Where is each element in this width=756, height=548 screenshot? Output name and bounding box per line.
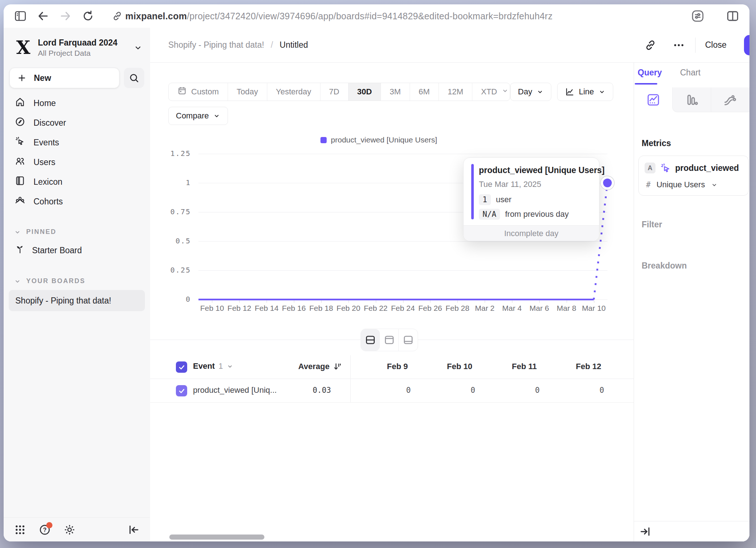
tab-query[interactable]: Query xyxy=(638,68,662,78)
metric-aggregation[interactable]: # Unique Users xyxy=(646,180,718,189)
chart-tooltip: product_viewed [Unique Users] Tue Mar 11… xyxy=(463,157,599,241)
layout-chart-only-button[interactable] xyxy=(380,329,399,351)
more-options-icon[interactable] xyxy=(670,37,687,54)
save-button-partial[interactable] xyxy=(744,35,749,55)
bottom-layout-icon xyxy=(402,334,414,346)
tooltip-series-bar xyxy=(471,164,474,219)
sidebar-nav: HomeDiscoverEventsUsersLexiconCohorts xyxy=(4,93,150,211)
layout-split-button[interactable] xyxy=(361,329,380,351)
panel-tabs: Query Chart xyxy=(634,63,749,87)
insights-icon xyxy=(646,93,661,107)
sidebar-item-lexicon[interactable]: Lexicon xyxy=(4,172,150,192)
split-view-icon[interactable] xyxy=(725,9,740,23)
tooltip-value: 1 xyxy=(479,194,491,205)
sidebar-item-label: Home xyxy=(34,98,56,108)
settings-gear-icon[interactable] xyxy=(63,523,76,537)
horizontal-scrollbar[interactable] xyxy=(169,535,264,540)
search-icon xyxy=(129,73,139,83)
aggregation-symbol: # xyxy=(646,180,651,189)
home-icon xyxy=(15,97,25,110)
tooltip-footer: Incomplete day xyxy=(464,225,599,241)
divider xyxy=(695,38,696,53)
sidebar-item-cohorts[interactable]: Cohorts xyxy=(4,192,150,211)
chevron-down-icon xyxy=(14,278,21,285)
metric-event-name: product_viewed xyxy=(675,163,739,173)
chevron-down-icon xyxy=(14,228,21,236)
address-bar[interactable]: mixpanel.com/project/3472420/view/397469… xyxy=(110,9,552,23)
tooltip-delta-label: from previous day xyxy=(505,210,569,219)
tooltip-delta: N/A xyxy=(479,209,500,220)
mixpanel-logo: X xyxy=(15,38,32,57)
back-icon[interactable] xyxy=(36,9,50,23)
breadcrumb-separator: / xyxy=(271,40,273,50)
breakdown-section-label: Breakdown xyxy=(642,261,749,271)
funnels-report-tab[interactable] xyxy=(672,87,711,112)
search-button[interactable] xyxy=(124,68,144,88)
breadcrumb-page[interactable]: Untitled xyxy=(280,40,308,50)
new-button[interactable]: New xyxy=(9,68,119,88)
flows-report-tab[interactable] xyxy=(711,87,749,112)
sidebar-item-label: Lexicon xyxy=(34,177,62,187)
reload-icon[interactable] xyxy=(81,9,95,23)
sidebar-item-label: Users xyxy=(34,157,55,167)
layout-table-only-button[interactable] xyxy=(399,329,418,351)
pinned-item-label: Starter Board xyxy=(32,246,82,255)
sidebar-item-home[interactable]: Home xyxy=(4,93,150,113)
events-icon xyxy=(15,136,25,149)
metrics-section-label: Metrics xyxy=(642,138,749,148)
lexicon-icon xyxy=(15,175,25,188)
seedling-icon xyxy=(15,244,25,257)
flows-icon xyxy=(723,93,738,107)
sidebar-item-label: Discover xyxy=(34,118,66,128)
your-boards-header[interactable]: YOUR BOARDS xyxy=(4,277,150,285)
browser-toolbar: mixpanel.com/project/3472420/view/397469… xyxy=(4,4,749,28)
workspace-subtitle: All Project Data xyxy=(38,49,127,58)
sidebar-item-users[interactable]: Users xyxy=(4,152,150,172)
link-icon xyxy=(110,9,125,23)
tab-chart[interactable]: Chart xyxy=(680,68,700,78)
aggregation-label: Unique Users xyxy=(657,180,705,189)
boards-list: Shopify - Piping that data! xyxy=(4,285,150,311)
metric-badge: A xyxy=(645,163,655,173)
url-path: /project/3472420/view/3974696/app/boards… xyxy=(187,11,552,21)
sidebar-footer: ? xyxy=(4,517,150,541)
sidebar-item-discover[interactable]: Discover xyxy=(4,113,150,133)
bar-chart-icon xyxy=(685,93,699,107)
browser-settings-icon[interactable] xyxy=(690,9,705,23)
sidebar: X Lord Farquaad 2024 All Project Data Ne… xyxy=(4,28,150,541)
cohorts-icon xyxy=(15,195,25,208)
close-button[interactable]: Close xyxy=(705,40,727,50)
query-panel: Query Chart xyxy=(634,63,749,541)
tooltip-title: product_viewed [Unique Users] xyxy=(479,165,605,175)
sidebar-item-events[interactable]: Events xyxy=(4,133,150,152)
workspace-name: Lord Farquaad 2024 xyxy=(38,38,127,48)
collapse-sidebar-icon[interactable] xyxy=(127,523,141,537)
breadcrumb: Shopify - Piping that data!/Untitled xyxy=(168,40,308,50)
pinned-item[interactable]: Starter Board xyxy=(4,240,150,261)
forward-icon[interactable] xyxy=(58,9,73,23)
workspace-switcher[interactable]: X Lord Farquaad 2024 All Project Data xyxy=(15,38,143,58)
svg-text:?: ? xyxy=(43,527,47,533)
users-icon xyxy=(15,156,25,169)
pinned-header[interactable]: PINNED xyxy=(4,228,150,236)
discover-icon xyxy=(15,116,25,129)
split-layout-icon xyxy=(365,334,376,346)
browser-window: mixpanel.com/project/3472420/view/397469… xyxy=(4,4,749,541)
help-icon[interactable]: ? xyxy=(38,523,52,537)
notification-dot xyxy=(46,522,52,528)
event-spark-icon xyxy=(660,163,672,176)
data-point-marker[interactable] xyxy=(596,172,618,194)
insights-report-tab[interactable] xyxy=(634,87,672,112)
filter-section-label: Filter xyxy=(642,220,749,230)
report-canvas: CustomTodayYesterday7D30D3M6M12MXTD Day … xyxy=(150,63,634,541)
sidebar-item-label: Events xyxy=(34,138,59,148)
sidebar-toggle-icon[interactable] xyxy=(13,9,28,23)
sidebar-item-label: Cohorts xyxy=(34,197,63,207)
collapse-panel-icon[interactable] xyxy=(639,525,651,538)
metric-card[interactable]: A product_viewed # Unique Users xyxy=(638,156,749,196)
apps-grid-icon[interactable] xyxy=(13,523,27,537)
copy-link-icon[interactable] xyxy=(642,37,659,54)
url-domain: mixpanel.com xyxy=(125,11,187,21)
breadcrumb-board[interactable]: Shopify - Piping that data! xyxy=(168,40,264,50)
board-item[interactable]: Shopify - Piping that data! xyxy=(9,290,145,311)
